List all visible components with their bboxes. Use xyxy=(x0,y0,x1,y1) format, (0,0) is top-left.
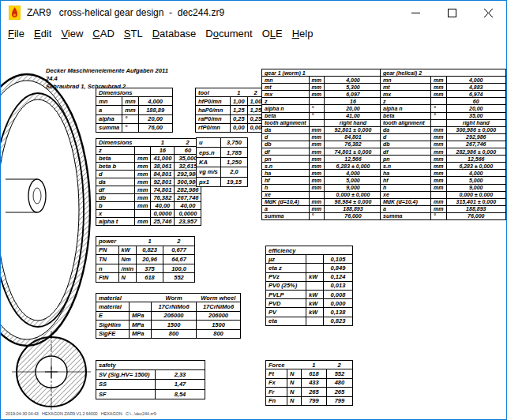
table-cell: u xyxy=(197,138,221,148)
table-cell: mm xyxy=(309,133,324,141)
table-cell: xe xyxy=(262,191,310,198)
table-cell: mm xyxy=(431,91,446,98)
table-cell: mm xyxy=(135,163,151,171)
menu-item-view[interactable]: View xyxy=(61,28,83,39)
table-cell: 17CrNiMo6 xyxy=(152,302,197,311)
table-cell: summa xyxy=(96,123,122,132)
table-cell: PV0 (25%) xyxy=(266,281,306,290)
table-cell: 40,00 xyxy=(175,202,201,210)
table-cell: N xyxy=(287,369,301,378)
table-cell: b xyxy=(96,202,135,210)
table-cell: 98,984 ± 0,000 xyxy=(324,198,381,205)
safety-table: safetySV (Sig.HV= 1500)2,33SS1,47SF8,54 xyxy=(96,360,205,399)
table-cell: df xyxy=(381,148,431,156)
table-cell: mm xyxy=(431,84,446,91)
table-cell xyxy=(287,361,301,369)
table-cell: mt xyxy=(262,84,310,91)
table-cell: PVD xyxy=(266,299,306,308)
table-cell: db xyxy=(262,141,310,148)
table-cell: MdK (d=10,4) xyxy=(381,198,431,205)
tool-grid: tool12hfP0/mn1,001,00haP0/mn1,251,25raP0… xyxy=(195,88,265,133)
table-cell: s.n xyxy=(381,163,431,170)
dimensions_main-grid: Dimensions12z1660betamm41,00035,000beta … xyxy=(96,138,201,226)
table-cell: 800 xyxy=(197,329,241,338)
table-cell: Fn xyxy=(266,396,287,405)
table-cell: 0,013 xyxy=(324,281,353,290)
table-cell: Nm xyxy=(118,255,136,264)
menu-item-cad[interactable]: CAD xyxy=(92,28,114,39)
material-table: materialWormWorm wheelmaterial17CrNiMo61… xyxy=(96,293,241,339)
table-cell: mn xyxy=(381,77,431,84)
table-cell: mm xyxy=(309,198,324,205)
table-cell: 0,000 ± 0,000 xyxy=(446,191,505,198)
table-cell: mm xyxy=(309,91,324,98)
table-cell: PVz xyxy=(266,272,306,281)
table-cell: pn xyxy=(262,156,310,163)
table-cell: 76,382 xyxy=(151,194,175,202)
table-cell: mm xyxy=(135,202,151,210)
menu-item-file[interactable]: File xyxy=(8,28,24,39)
table-cell: tool xyxy=(196,88,231,97)
table-cell: 618 xyxy=(301,369,326,378)
menu-item-ole[interactable]: OLE xyxy=(262,28,283,39)
table-cell: mm xyxy=(309,177,324,184)
table-cell: mm xyxy=(309,163,324,170)
table-cell: vg m/s xyxy=(197,167,221,177)
table-cell: 1 xyxy=(231,88,248,97)
menu-item-stl[interactable]: STL xyxy=(124,28,143,39)
table-title: Dimensions xyxy=(96,88,173,97)
menu-item-help[interactable]: Help xyxy=(292,28,314,39)
table-cell: 5,000 xyxy=(324,177,381,184)
menu-item-document[interactable]: Document xyxy=(205,28,252,39)
table-cell: 315,401 ± 0,000 xyxy=(446,198,505,205)
table-cell: SigFE xyxy=(96,329,130,338)
table-cell: 0,105 xyxy=(324,255,353,264)
table-cell: 84,801 xyxy=(324,133,381,141)
table-cell: 0,000 xyxy=(324,299,353,308)
table-cell: kW xyxy=(118,246,136,255)
table-cell: 12,566 xyxy=(446,156,505,163)
efficiency-table: efficiencyµz0,105eta z0,849PVzkW0,124PV0… xyxy=(265,246,353,326)
table-cell: pn xyxy=(381,156,431,163)
table-cell: mm xyxy=(309,84,324,91)
table-cell: z xyxy=(96,147,135,155)
table-cell: 12,566 xyxy=(324,156,381,163)
table-cell: 618 xyxy=(137,273,163,283)
table-cell: d xyxy=(262,133,310,141)
table-cell: 2,33 xyxy=(156,370,205,380)
table-cell: 76,00 xyxy=(138,123,172,132)
table-cell: mm xyxy=(309,205,324,212)
maximize-button[interactable] xyxy=(434,1,470,24)
table-cell: 265 xyxy=(301,388,326,396)
table-cell: df xyxy=(96,186,135,194)
table-cell: 188,89 xyxy=(138,106,172,114)
table-cell: a xyxy=(96,106,122,114)
table-cell: material xyxy=(96,294,130,302)
table-cell: 60 xyxy=(446,98,505,105)
table-cell: mx xyxy=(262,91,310,98)
power-table: power12PNkW0,8230,677TNNm20,9664,67n/min… xyxy=(96,236,195,283)
safety-grid: safetySV (Sig.HV= 1500)2,33SS1,47SF8,54 xyxy=(96,360,205,399)
table-cell: 4,000 xyxy=(324,170,381,177)
menu-item-database[interactable]: Database xyxy=(152,28,197,39)
minimize-button[interactable] xyxy=(397,1,434,24)
close-button[interactable] xyxy=(470,1,506,24)
table-cell: 0,25 xyxy=(231,114,248,123)
gear2-helical-table: gear (helical) 2mnmm4,000mtmm4,883mxmm6,… xyxy=(380,69,506,220)
table-cell: mm xyxy=(135,178,151,186)
table-cell: mm xyxy=(431,77,446,84)
table-cell: mm xyxy=(309,77,324,84)
table-cell: mm xyxy=(431,205,446,212)
table-cell: alpha xyxy=(96,114,122,123)
table-cell: mm xyxy=(122,97,138,106)
menu-item-edit[interactable]: Edit xyxy=(34,28,51,39)
table-cell: PV xyxy=(266,308,306,317)
table-cell: /min xyxy=(118,264,136,273)
table-cell xyxy=(306,281,324,290)
table-cell: right hand xyxy=(446,119,505,126)
table-cell: 6,097 xyxy=(324,91,381,98)
close-icon xyxy=(484,9,493,17)
title-bar: ZAR9 cross-helical gear design - dec244.… xyxy=(1,1,506,24)
table-cell: 4,000 xyxy=(446,77,505,84)
table-cell: 76,000 xyxy=(324,212,381,219)
